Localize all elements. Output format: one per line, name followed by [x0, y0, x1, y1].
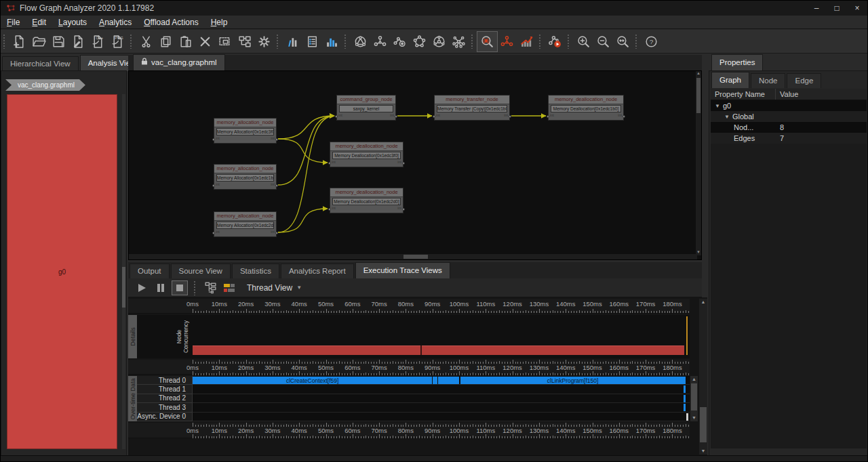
property-row-g0[interactable]: ▼g0 [711, 100, 867, 111]
report-icon[interactable] [302, 32, 322, 51]
trace-event-bar[interactable]: clCreateContext[f59] [193, 377, 432, 384]
export-png-icon[interactable]: PNG [108, 32, 127, 51]
trace-event-bar[interactable] [433, 377, 437, 384]
minimize-button[interactable]: – [806, 1, 827, 16]
statistics-icon[interactable] [283, 32, 302, 51]
menu-offload-actions[interactable]: Offload Actions [138, 16, 205, 29]
properties-tab-edge[interactable]: Edge [787, 73, 821, 88]
cut-icon[interactable] [136, 32, 156, 51]
stack-view-icon[interactable] [202, 280, 218, 295]
menu-analytics[interactable]: Analytics [93, 16, 138, 29]
menu-layouts[interactable]: Layouts [52, 16, 93, 29]
properties-tab-node[interactable]: Node [751, 73, 786, 88]
select-group-icon[interactable] [215, 32, 235, 51]
graph-node-memory_allocation_node[interactable]: memory_allocation_nodeMemory Allocation[… [214, 211, 277, 237]
timeline-legend-icon[interactable] [221, 280, 237, 295]
graph-target-icon[interactable] [390, 32, 410, 51]
pause-button[interactable] [153, 280, 169, 295]
trace-event-bar[interactable] [684, 385, 686, 393]
breadcrumb[interactable]: vac_clang.graphml [5, 79, 85, 91]
property-row-edges[interactable]: Edges7 [711, 133, 867, 144]
output-port[interactable] [623, 115, 625, 118]
graph-cycle-icon[interactable] [410, 32, 429, 51]
input-port[interactable] [328, 208, 331, 211]
output-port[interactable] [275, 232, 278, 234]
expander-icon[interactable]: ▼ [715, 103, 720, 109]
expand-subgraph-icon[interactable] [235, 32, 254, 51]
trace-event-bar[interactable]: clLinkProgram[f150] [460, 377, 686, 384]
property-row-nod-[interactable]: Nod...8 [711, 122, 867, 133]
play-button[interactable] [134, 280, 150, 295]
output-port[interactable] [275, 184, 278, 187]
histogram-icon[interactable] [322, 32, 342, 51]
view-mode-dropdown[interactable]: Thread View [247, 283, 292, 293]
find-critical-bug-icon[interactable] [477, 32, 497, 51]
input-port[interactable] [335, 115, 338, 118]
run-graph-icon[interactable] [545, 32, 565, 51]
paste-icon[interactable] [176, 32, 195, 51]
graph-node-memory_deallocation_node[interactable]: memory_deallocation_nodeMemory Deallocat… [330, 188, 403, 213]
trace-event-bar[interactable] [438, 377, 459, 384]
critical-path-icon[interactable] [497, 32, 517, 51]
tab-hierarchical-view[interactable]: Hierarchical View [2, 56, 79, 71]
properties-tab-graph[interactable]: Graph [711, 72, 749, 88]
help-icon[interactable]: ? [642, 32, 661, 51]
time-cursor[interactable] [686, 316, 688, 355]
input-port[interactable] [547, 115, 549, 118]
output-port[interactable] [395, 115, 397, 118]
stop-button[interactable] [172, 280, 188, 295]
input-port[interactable] [328, 162, 331, 165]
output-port[interactable] [509, 115, 511, 118]
zoom-out-icon[interactable] [593, 32, 613, 51]
tab-analytics-report[interactable]: Analytics Report [281, 264, 354, 278]
graph-circular-icon[interactable] [429, 32, 449, 51]
graph-thumbnail[interactable]: g0 [7, 94, 117, 449]
trace-event-bar[interactable] [684, 404, 686, 411]
menu-edit[interactable]: Edit [26, 16, 52, 29]
graph-globe-icon[interactable] [351, 32, 370, 51]
maximize-button[interactable]: □ [827, 1, 847, 16]
export-cpp-icon[interactable]: C++ [88, 32, 108, 51]
output-port[interactable] [402, 162, 405, 165]
graph-node-memory_transfer_node[interactable]: memory_transfer_nodeMemory Transfer (Cop… [434, 95, 510, 121]
graph-force-icon[interactable] [449, 32, 469, 51]
thread-area-scrollbar[interactable]: ▲▼ [690, 376, 698, 421]
preferences-icon[interactable] [254, 32, 274, 51]
tab-properties[interactable]: Properties [711, 54, 763, 70]
tab-source-view[interactable]: Source View [171, 264, 231, 278]
input-port[interactable] [433, 115, 435, 118]
expander-icon[interactable]: ▼ [724, 114, 730, 120]
tab-vac-clang-graphml[interactable]: vac_clang.graphml [133, 54, 225, 70]
graph-spanning-icon[interactable] [370, 32, 390, 51]
tab-statistics[interactable]: Statistics [232, 264, 279, 278]
left-panel-scrollbar[interactable] [122, 94, 125, 449]
graph-canvas[interactable]: ▲▼ memory_allocation_nodeMemory Allocati… [128, 70, 702, 260]
delete-icon[interactable] [195, 32, 215, 51]
save-file-icon[interactable] [49, 32, 68, 51]
output-port[interactable] [275, 138, 278, 141]
graph-node-memory_deallocation_node[interactable]: memory_deallocation_nodeMemory Deallocat… [548, 95, 624, 121]
menu-file[interactable]: File [1, 16, 26, 29]
zoom-in-icon[interactable] [574, 32, 593, 51]
trend-chart-icon[interactable] [517, 32, 536, 51]
close-button[interactable]: × [847, 1, 867, 16]
graph-node-memory_allocation_node[interactable]: memory_allocation_nodeMemory Allocation[… [214, 164, 277, 190]
graph-node-command_group_node[interactable]: command_group_nodesaxpy_kernelintint [336, 95, 396, 121]
menu-help[interactable]: Help [205, 16, 234, 29]
graph-node-memory_deallocation_node[interactable]: memory_deallocation_nodeMemory Deallocat… [330, 142, 403, 167]
input-port[interactable] [212, 138, 215, 141]
input-port[interactable] [212, 184, 215, 187]
input-port[interactable] [212, 232, 215, 234]
trace-event-bar[interactable] [684, 395, 686, 402]
trace-panel-scrollbar[interactable]: ▲▼ [699, 299, 707, 455]
property-row-global[interactable]: ▼Global [711, 111, 867, 122]
open-file-icon[interactable] [29, 32, 49, 51]
tab-execution-trace-views[interactable]: Execution Trace Views [355, 262, 450, 278]
tab-output[interactable]: Output [130, 264, 170, 278]
edit-file-icon[interactable] [68, 32, 88, 51]
canvas-vertical-scrollbar[interactable]: ▲▼ [696, 71, 701, 255]
graph-node-memory_allocation_node[interactable]: memory_allocation_nodeMemory Allocation[… [214, 118, 277, 144]
new-file-icon[interactable] [9, 32, 29, 51]
copy-icon[interactable] [156, 32, 176, 51]
trace-event-bar[interactable] [686, 413, 688, 421]
